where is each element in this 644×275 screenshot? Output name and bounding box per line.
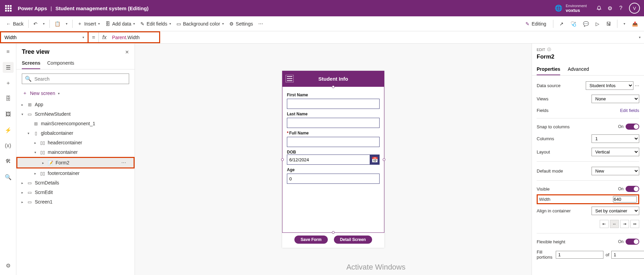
formula-expand-icon[interactable]: ▾ [639, 35, 641, 39]
user-avatar[interactable]: V [629, 3, 640, 14]
width-input[interactable] [613, 196, 637, 203]
detail-screen-button[interactable]: Detail Screen [334, 236, 372, 244]
rail-data-icon[interactable]: 🗄 [3, 93, 14, 104]
align-left-button[interactable]: ⇤ [600, 220, 609, 228]
new-screen-button[interactable]: ＋ New screen ▾ [16, 88, 135, 98]
rail-search-icon[interactable]: 🔍 [3, 172, 14, 182]
align-select[interactable]: Set by container [592, 207, 639, 215]
save-icon[interactable]: 🖫 [603, 19, 614, 29]
tree-node-app[interactable]: ▸⊞App [16, 100, 135, 109]
hamburger-icon[interactable] [286, 75, 294, 82]
properties-panel: EDITⓘ Form2 Properties Advanced Data sou… [532, 44, 644, 275]
canvas[interactable]: Student Info First Name Last Name *Full … [135, 44, 532, 275]
rail-power-automate-icon[interactable]: ⚡ [3, 125, 14, 135]
tree-node-maincontainer[interactable]: ▾▯▯maincontainer [16, 147, 135, 157]
add-data-button[interactable]: 🗄Add data▾ [103, 19, 138, 29]
align-stretch-button[interactable]: ⇔ [630, 220, 639, 228]
data-source-select[interactable]: Student Infos [586, 81, 633, 90]
notifications-icon[interactable] [594, 3, 604, 14]
data-source-label: Data source [537, 83, 561, 88]
plus-icon: ＋ [22, 90, 27, 96]
rail-variables-icon[interactable]: (x) [3, 140, 14, 151]
tab-screens[interactable]: Screens [22, 58, 40, 69]
full-name-label: *Full Name [287, 131, 380, 135]
calendar-icon[interactable]: 📅 [370, 155, 380, 165]
tab-advanced[interactable]: Advanced [568, 64, 589, 75]
preview-play-icon[interactable]: ▷ [593, 19, 602, 29]
phone-preview: Student Info First Name Last Name *Full … [282, 71, 384, 248]
fill-portions-label: Fill portions [537, 249, 552, 260]
tree-node-scrndetails[interactable]: ▸▭ScrnDetails [16, 178, 135, 188]
rail-hamburger-icon[interactable]: ≡ [3, 46, 14, 57]
tab-components[interactable]: Components [47, 58, 74, 69]
tree-more-icon[interactable]: ⋯ [121, 160, 130, 165]
info-icon[interactable]: ⓘ [547, 47, 551, 52]
search-input[interactable] [34, 76, 126, 82]
rail-settings-gear-icon[interactable]: ⚙ [3, 260, 14, 271]
tree-node-globalcontainer[interactable]: ▾▯globalcontainer [16, 128, 135, 138]
insert-button[interactable]: ＋Insert▾ [75, 19, 103, 29]
tree-panel: Tree view ✕ Screens Components 🔍 ＋ New s… [16, 44, 135, 275]
rail-advanced-tools-icon[interactable]: 🛠 [3, 156, 14, 167]
edit-fields-link[interactable]: Edit fields [620, 108, 639, 113]
snap-toggle[interactable] [626, 124, 639, 130]
tree-node-scrnnewstudent[interactable]: ▾▭ScrnNewStudent [16, 109, 135, 119]
align-center-button[interactable]: ↔ [610, 220, 619, 228]
formula-text[interactable]: Parent.Width [110, 35, 142, 40]
age-input[interactable] [287, 174, 380, 184]
last-name-input[interactable] [287, 118, 380, 128]
paste-split-button[interactable]: ▾ [63, 20, 70, 28]
rail-tree-view-icon[interactable]: ☰ [3, 62, 14, 73]
overflow-button[interactable]: ⋯ [256, 19, 266, 29]
tree-node-screen1[interactable]: ▸▭Screen1 [16, 197, 135, 207]
app-launcher-icon[interactable] [4, 4, 12, 12]
tree-node-form2[interactable]: ▸📝Form2⋯ [16, 157, 135, 168]
of-label: of [605, 252, 609, 257]
comments-icon[interactable]: 💬 [580, 19, 592, 29]
tree-node-headercontainer[interactable]: ▸▯▯headercontainer [16, 138, 135, 147]
dob-input[interactable] [287, 155, 370, 165]
tree-node-mainscreencomponent[interactable]: ⊞mainScreencomponent_1 [16, 119, 135, 128]
rail-insert-icon[interactable]: ＋ [3, 78, 14, 88]
align-right-button[interactable]: ⇥ [620, 220, 629, 228]
publish-icon[interactable]: 📤 [629, 19, 641, 29]
tree-node-footercontainer[interactable]: ▸▯▯footercontainer [16, 168, 135, 178]
settings-gear-icon[interactable]: ⚙ [604, 3, 615, 14]
globe-icon: 🌐 [555, 4, 562, 12]
undo-split-button[interactable]: ▾ [40, 20, 47, 28]
first-name-input[interactable] [287, 99, 380, 109]
fill-portions-input[interactable] [556, 251, 603, 259]
publish-split-icon[interactable]: ▾ [621, 20, 628, 28]
close-panel-icon[interactable]: ✕ [125, 49, 129, 55]
default-mode-select[interactable]: New [592, 167, 639, 175]
app-checker-icon[interactable]: 🩺 [568, 19, 579, 29]
save-form-button[interactable]: Save Form [294, 236, 327, 244]
undo-button[interactable]: ↶ [31, 19, 40, 29]
paste-button[interactable]: 📋 [52, 19, 63, 29]
settings-button[interactable]: ⚙Settings [227, 19, 256, 29]
full-name-input[interactable] [287, 137, 380, 147]
component-icon: ⊞ [33, 121, 39, 126]
formula-input-wrap[interactable]: = fx Parent.Width [89, 31, 160, 43]
tab-properties[interactable]: Properties [537, 64, 560, 75]
tree-node-scrnedit[interactable]: ▸▭ScrnEdit [16, 188, 135, 197]
visible-toggle[interactable] [626, 186, 639, 192]
flexible-height-toggle[interactable] [626, 239, 639, 245]
columns-select[interactable]: 1 [592, 134, 639, 143]
back-button[interactable]: ←Back [3, 19, 26, 29]
dob-label: DOB [287, 150, 380, 155]
editing-mode-button[interactable]: ✎Editing [522, 20, 550, 28]
share-icon[interactable]: ↗ [557, 19, 566, 29]
rail-media-icon[interactable]: 🖼 [3, 109, 14, 120]
bg-color-button[interactable]: ▭Background color▾ [174, 19, 227, 29]
property-dropdown[interactable]: Width▾ [0, 31, 89, 43]
tree-search[interactable]: 🔍 [22, 74, 129, 84]
help-icon[interactable]: ? [615, 3, 626, 14]
environment-picker[interactable]: 🌐 Environment voxtus [555, 3, 587, 13]
views-select[interactable]: None [592, 95, 639, 103]
edit-fields-button[interactable]: ✎Edit fields▾ [138, 19, 174, 29]
default-mode-label: Default mode [537, 168, 563, 174]
data-source-more-icon[interactable]: ⋯ [635, 83, 639, 88]
layout-select[interactable]: Vertical [592, 148, 639, 156]
fill-of-input[interactable] [611, 251, 644, 259]
